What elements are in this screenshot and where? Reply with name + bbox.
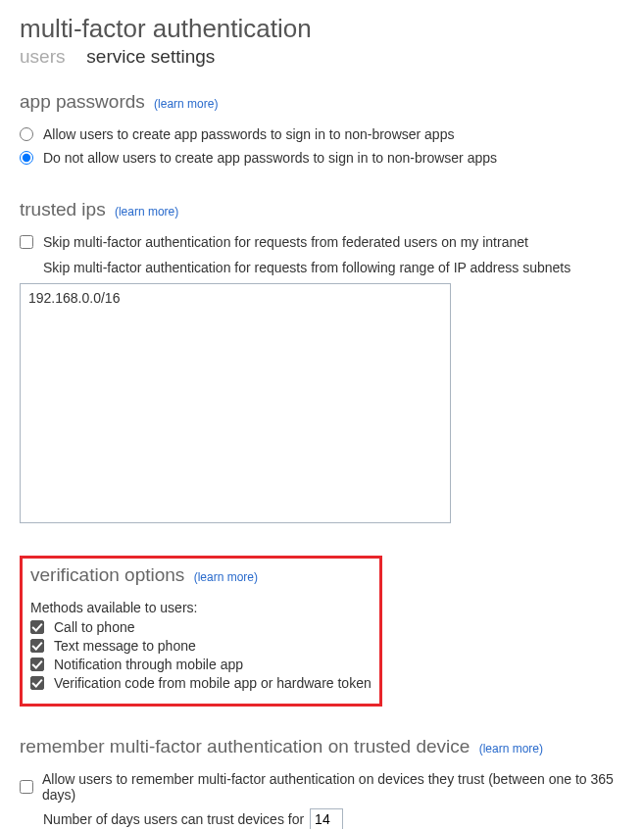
- app-passwords-option-deny: Do not allow users to create app passwor…: [20, 150, 624, 166]
- radio-control: [20, 127, 43, 141]
- app-passwords-allow-label: Allow users to create app passwords to s…: [43, 126, 454, 142]
- method-notification-app-row: Notification through mobile app: [30, 657, 372, 672]
- trusted-ips-learn-more-link[interactable]: (learn more): [115, 205, 178, 219]
- remember-days-label: Number of days users can trust devices f…: [43, 811, 304, 827]
- section-app-passwords-title: app passwords (learn more): [20, 91, 624, 113]
- method-call-to-phone-label: Call to phone: [54, 619, 135, 635]
- method-text-message-row: Text message to phone: [30, 638, 372, 654]
- tab-users[interactable]: users: [20, 46, 65, 68]
- verification-options-highlight: verification options (learn more) Method…: [20, 556, 382, 707]
- verification-options-learn-more-link[interactable]: (learn more): [194, 570, 258, 584]
- trusted-ips-subnet-textarea[interactable]: [20, 283, 451, 523]
- remember-allow-label: Allow users to remember multi-factor aut…: [42, 771, 624, 803]
- verification-methods-sublabel: Methods available to users:: [30, 600, 372, 615]
- remember-learn-more-link[interactable]: (learn more): [479, 742, 543, 756]
- verification-options-title-text: verification options: [30, 564, 184, 585]
- method-text-message-checkbox[interactable]: [30, 639, 44, 653]
- page-title: multi-factor authentication: [20, 14, 624, 44]
- app-passwords-title-text: app passwords: [20, 91, 145, 112]
- tab-service-settings[interactable]: service settings: [86, 46, 215, 68]
- checkbox-control: [30, 658, 54, 671]
- remember-days-input[interactable]: [310, 808, 343, 829]
- method-call-to-phone-row: Call to phone: [30, 619, 372, 635]
- app-passwords-deny-label: Do not allow users to create app passwor…: [43, 150, 497, 166]
- remember-title-text: remember multi-factor authentication on …: [20, 736, 470, 756]
- section-trusted-ips-title: trusted ips (learn more): [20, 199, 624, 220]
- section-verification-options-title: verification options (learn more): [30, 564, 372, 586]
- remember-section: remember multi-factor authentication on …: [20, 736, 624, 829]
- method-notification-app-label: Notification through mobile app: [54, 657, 243, 672]
- checkbox-control: [20, 235, 43, 249]
- trusted-ips-subnet-label: Skip multi-factor authentication for req…: [43, 260, 624, 275]
- radio-control: [20, 151, 43, 165]
- remember-allow-checkbox[interactable]: [20, 780, 33, 794]
- checkbox-control: [20, 780, 42, 794]
- method-call-to-phone-checkbox[interactable]: [30, 620, 44, 634]
- trusted-ips-title-text: trusted ips: [20, 199, 106, 219]
- remember-allow-row: Allow users to remember multi-factor aut…: [20, 771, 624, 803]
- method-verification-code-label: Verification code from mobile app or har…: [54, 675, 372, 691]
- checkbox-control: [30, 676, 54, 690]
- app-passwords-option-allow: Allow users to create app passwords to s…: [20, 126, 624, 142]
- checkbox-control: [30, 639, 54, 653]
- app-passwords-learn-more-link[interactable]: (learn more): [154, 97, 218, 111]
- method-text-message-label: Text message to phone: [54, 638, 196, 654]
- remember-days-row: Number of days users can trust devices f…: [43, 808, 624, 829]
- app-passwords-deny-radio[interactable]: [20, 151, 33, 165]
- trusted-ips-skip-federated-row: Skip multi-factor authentication for req…: [20, 234, 624, 250]
- tabs: users service settings: [20, 46, 624, 68]
- section-remember-title: remember multi-factor authentication on …: [20, 736, 624, 757]
- app-passwords-allow-radio[interactable]: [20, 127, 33, 141]
- trusted-ips-skip-federated-label: Skip multi-factor authentication for req…: [43, 234, 528, 250]
- trusted-ips-skip-federated-checkbox[interactable]: [20, 235, 33, 249]
- method-verification-code-checkbox[interactable]: [30, 676, 44, 690]
- checkbox-control: [30, 620, 54, 634]
- method-verification-code-row: Verification code from mobile app or har…: [30, 675, 372, 691]
- method-notification-app-checkbox[interactable]: [30, 658, 44, 671]
